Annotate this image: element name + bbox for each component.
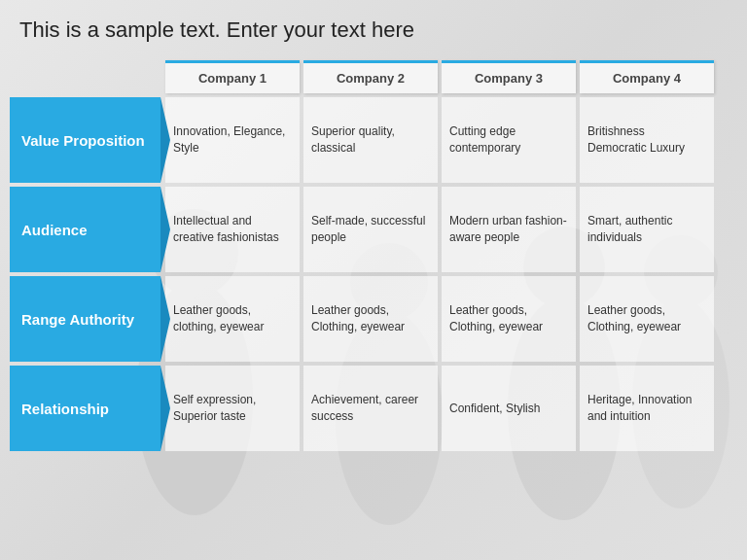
cell-ra-4: Leather goods, Clothing, eyewear <box>580 276 714 362</box>
cell-vp-1: Innovation, Elegance, Style <box>165 97 300 183</box>
table-row-value-proposition: Value Proposition Innovation, Elegance, … <box>10 97 728 183</box>
cell-rel-2: Achievement, career success <box>303 366 438 451</box>
row-cells-relationship: Self expression, Superior taste Achievem… <box>165 366 728 451</box>
row-cells-value-proposition: Innovation, Elegance, Style Superior qua… <box>165 97 728 183</box>
table-row-range-authority: Range Authority Leather goods, clothing,… <box>10 276 728 362</box>
cell-aud-1: Intellectual and creative fashionistas <box>165 187 300 272</box>
column-header-4: Company 4 <box>580 60 714 93</box>
row-label-value-proposition: Value Proposition <box>10 97 160 183</box>
cell-vp-2: Superior quality, classical <box>303 97 438 183</box>
page-content: This is a sample text. Enter your text h… <box>0 0 747 465</box>
cell-ra-1: Leather goods, clothing, eyewear <box>165 276 300 362</box>
row-label-relationship: Relationship <box>10 366 160 451</box>
row-cells-audience: Intellectual and creative fashionistas S… <box>165 187 728 272</box>
cell-rel-3: Confident, Stylish <box>442 366 576 451</box>
cell-ra-2: Leather goods, Clothing, eyewear <box>303 276 438 362</box>
page-title: This is a sample text. Enter your text h… <box>19 18 728 43</box>
column-header-2: Company 2 <box>303 60 438 93</box>
cell-rel-4: Heritage, Innovation and intuition <box>580 366 714 451</box>
comparison-table: Company 1 Company 2 Company 3 Company 4 … <box>10 60 728 455</box>
cell-rel-1: Self expression, Superior taste <box>165 366 300 451</box>
cell-vp-4: Britishness Democratic Luxury <box>580 97 714 183</box>
table-row-audience: Audience Intellectual and creative fashi… <box>10 187 728 272</box>
table-header-row: Company 1 Company 2 Company 3 Company 4 <box>165 60 728 93</box>
cell-aud-2: Self-made, successful people <box>303 187 438 272</box>
table-row-relationship: Relationship Self expression, Superior t… <box>10 366 728 451</box>
column-header-1: Company 1 <box>165 60 300 93</box>
row-cells-range-authority: Leather goods, clothing, eyewear Leather… <box>165 276 728 362</box>
row-label-audience: Audience <box>10 187 160 272</box>
column-header-3: Company 3 <box>442 60 576 93</box>
row-label-range-authority: Range Authority <box>10 276 160 362</box>
cell-vp-3: Cutting edge contemporary <box>442 97 576 183</box>
cell-aud-3: Modern urban fashion- aware people <box>442 187 576 272</box>
cell-aud-4: Smart, authentic individuals <box>580 187 714 272</box>
cell-ra-3: Leather goods, Clothing, eyewear <box>442 276 576 362</box>
